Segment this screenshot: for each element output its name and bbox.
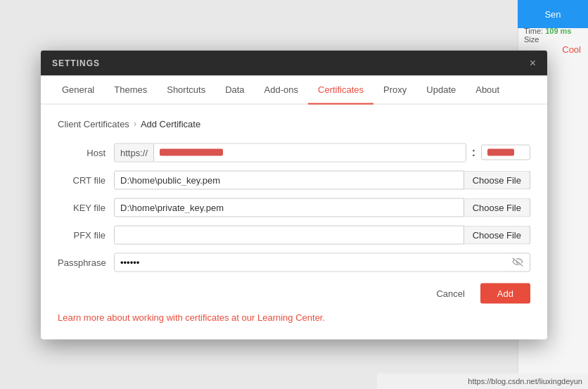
tab-addons[interactable]: Add-ons: [255, 75, 308, 104]
breadcrumb-current: Add Certificate: [141, 118, 200, 129]
key-file-row: KEY file Choose File: [58, 198, 530, 217]
cancel-button[interactable]: Cancel: [428, 283, 473, 302]
host-input-group: https://: [114, 143, 466, 162]
bottom-url-bar: https://blog.csdn.net/liuxingdeyun: [377, 374, 588, 389]
host-field: https:// :: [114, 143, 530, 162]
key-choose-file-button[interactable]: Choose File: [464, 198, 530, 217]
crt-label: CRT file: [58, 174, 114, 185]
right-panel-time: Time: 109 ms Size: [524, 27, 582, 44]
tab-certificates[interactable]: Certificates: [308, 75, 373, 104]
tab-about[interactable]: About: [466, 75, 509, 104]
host-redacted: [160, 149, 223, 156]
key-file-input[interactable]: [114, 198, 464, 217]
learn-more: Learn more about working with certificat…: [58, 312, 530, 322]
modal-title: SETTINGS: [52, 58, 100, 68]
host-input-wrapper[interactable]: [154, 144, 466, 161]
crt-file-field: Choose File: [114, 170, 530, 189]
cool-label: Cool: [562, 44, 581, 55]
passphrase-field: [114, 253, 530, 272]
crt-file-input[interactable]: [114, 170, 464, 189]
pfx-file-input[interactable]: [114, 225, 464, 244]
tab-shortcuts[interactable]: Shortcuts: [157, 75, 215, 104]
eye-off-icon: [511, 257, 524, 267]
breadcrumb: Client Certificates › Add Certificate: [58, 118, 530, 129]
port-redacted: [487, 149, 514, 156]
modal-body: Client Certificates › Add Certificate Ho…: [41, 104, 547, 339]
learn-more-suffix: .: [322, 312, 325, 322]
size-label: Size: [524, 35, 539, 44]
key-file-field: Choose File: [114, 198, 530, 217]
tab-general[interactable]: General: [52, 75, 104, 104]
learn-more-prefix: Learn more about working with certificat…: [58, 312, 257, 322]
tab-bar: General Themes Shortcuts Data Add-ons Ce…: [41, 75, 547, 104]
learning-center-link[interactable]: Learning Center: [257, 312, 323, 322]
top-bar: Sen: [518, 0, 588, 28]
breadcrumb-separator: ›: [134, 119, 136, 129]
host-row: Host https:// :: [58, 143, 530, 162]
pfx-file-field: Choose File: [114, 225, 530, 244]
tab-themes[interactable]: Themes: [104, 75, 157, 104]
send-label: Sen: [544, 9, 561, 20]
crt-file-row: CRT file Choose File: [58, 170, 530, 189]
modal-header: SETTINGS ×: [41, 50, 547, 75]
passphrase-label: Passphrase: [58, 257, 114, 267]
key-label: KEY file: [58, 202, 114, 212]
host-port-separator: :: [472, 146, 475, 159]
port-input-wrapper[interactable]: [481, 145, 530, 160]
host-label: Host: [58, 147, 114, 158]
url-text: https://blog.csdn.net/liuxingdeyun: [468, 377, 582, 385]
modal-close-button[interactable]: ×: [530, 57, 536, 68]
tab-data[interactable]: Data: [215, 75, 254, 104]
host-prefix: https://: [115, 144, 154, 161]
tab-proxy[interactable]: Proxy: [373, 75, 416, 104]
settings-modal: SETTINGS × General Themes Shortcuts Data…: [41, 50, 547, 339]
action-row: Cancel Add: [58, 283, 530, 303]
tab-update[interactable]: Update: [416, 75, 466, 104]
crt-choose-file-button[interactable]: Choose File: [464, 170, 530, 189]
host-input[interactable]: [223, 147, 460, 158]
breadcrumb-parent[interactable]: Client Certificates: [58, 118, 129, 129]
passphrase-input[interactable]: [115, 253, 506, 271]
pfx-label: PFX file: [58, 229, 114, 240]
pfx-file-row: PFX file Choose File: [58, 225, 530, 244]
toggle-passphrase-button[interactable]: [506, 255, 530, 270]
pfx-choose-file-button[interactable]: Choose File: [464, 225, 530, 244]
passphrase-row: Passphrase: [58, 253, 530, 272]
add-button[interactable]: Add: [480, 283, 530, 303]
